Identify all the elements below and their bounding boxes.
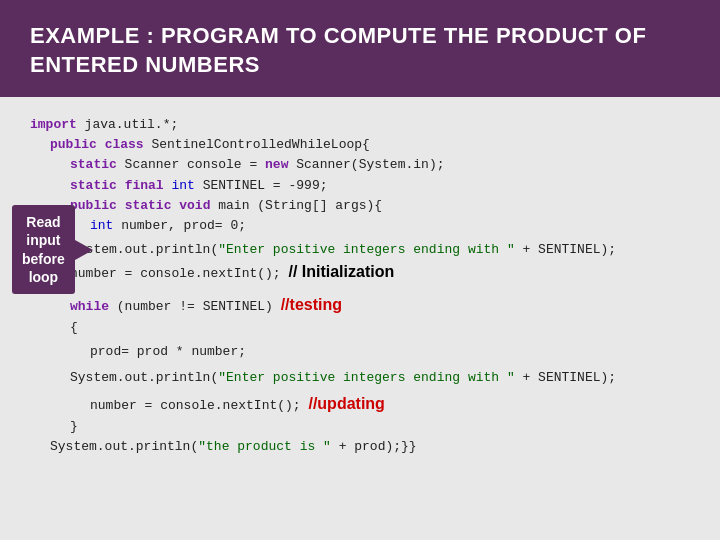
code-block: import java.util.*; public class Sentine… — [30, 115, 700, 530]
code-line-2: public class SentinelControlledWhileLoop… — [50, 135, 700, 155]
callout-label: Readinputbeforeloop — [22, 214, 65, 285]
code-line-4: static final int SENTINEL = -999; — [70, 176, 700, 196]
slide: EXAMPLE : PROGRAM TO COMPUTE THE PRODUCT… — [0, 0, 720, 540]
code-line-14: } — [70, 417, 700, 437]
code-line-10: { — [70, 318, 700, 338]
code-line-7: System.out.println("Enter positive integ… — [70, 240, 700, 260]
spacer — [30, 285, 700, 293]
code-line-1: import java.util.*; — [30, 115, 700, 135]
code-line-9: while (number != SENTINEL) //testing — [70, 293, 700, 318]
code-line-5: public static void main (String[] args){ — [70, 196, 700, 216]
code-line-13: number = console.nextInt(); //updating — [90, 392, 700, 417]
code-line-15: System.out.println("the product is " + p… — [50, 437, 700, 457]
callout-arrow-icon — [75, 240, 93, 260]
title-line2: ENTERED NUMBERS — [30, 51, 690, 80]
code-line-8: number = console.nextInt(); // Initializ… — [70, 260, 700, 285]
title-bar: EXAMPLE : PROGRAM TO COMPUTE THE PRODUCT… — [0, 0, 720, 97]
code-line-12: System.out.println("Enter positive integ… — [70, 368, 700, 388]
callout-box: Readinputbeforeloop — [12, 205, 75, 294]
code-line-11: prod= prod * number; — [90, 342, 700, 362]
title-line1: EXAMPLE : PROGRAM TO COMPUTE THE PRODUCT… — [30, 22, 690, 51]
content-area: Readinputbeforeloop import java.util.*; … — [0, 97, 720, 540]
callout-container: Readinputbeforeloop — [12, 205, 93, 294]
code-line-3: static Scanner console = new Scanner(Sys… — [70, 155, 700, 175]
code-line-6: int number, prod= 0; — [90, 216, 700, 236]
